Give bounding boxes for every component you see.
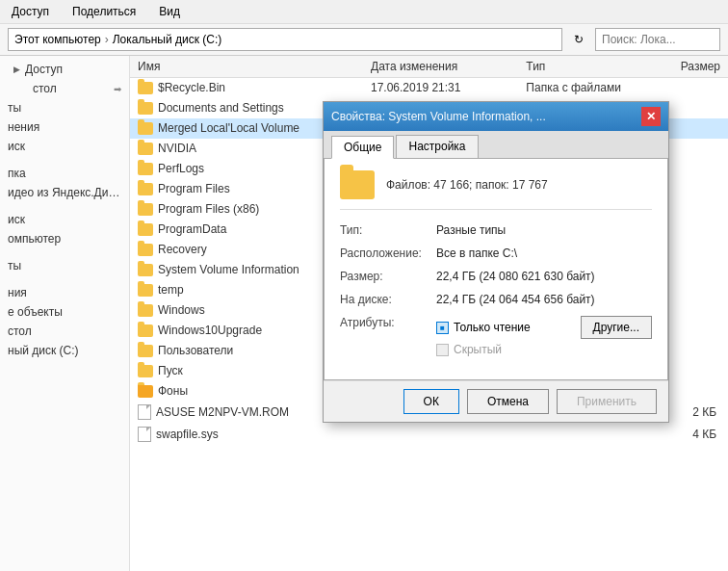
prop-row-location: Расположение: Все в папке C:\: [340, 247, 652, 260]
checkbox-row-hidden: Скрытый: [436, 343, 652, 356]
attr-label: Атрибуты:: [340, 316, 436, 329]
prop-value-location: Все в папке C:\: [436, 247, 517, 260]
checkbox-label-hidden: Скрытый: [454, 343, 502, 356]
apply-button[interactable]: Применить: [557, 389, 657, 414]
prop-label-ondisk: На диске:: [340, 293, 436, 306]
dialog-footer: ОК Отмена Применить: [324, 380, 668, 422]
dialog-icon-area: Файлов: 47 166; папок: 17 767: [340, 170, 652, 210]
prop-value-ondisk: 22,4 ГБ (24 064 454 656 байт): [436, 293, 595, 306]
prop-value-size: 22,4 ГБ (24 080 621 630 байт): [436, 270, 595, 283]
explorer-window: Доступ Поделиться Вид Этот компьютер › Л…: [0, 0, 728, 571]
checkbox-label-readonly: Только чтение: [454, 321, 531, 334]
checkbox-hidden[interactable]: [436, 344, 449, 356]
ok-button[interactable]: ОК: [403, 389, 459, 414]
properties-dialog: Свойства: System Volume Information, ...…: [323, 101, 669, 423]
prop-label-type: Тип:: [340, 223, 436, 237]
dialog-title: Свойства: System Volume Information, ...: [331, 110, 546, 123]
tab-settings[interactable]: Настройка: [396, 135, 478, 158]
cancel-button[interactable]: Отмена: [467, 389, 549, 414]
prop-label-location: Расположение:: [340, 247, 436, 260]
prop-label-size: Размер:: [340, 270, 436, 283]
attr-section: Только чтение Другие... Скрытый: [436, 316, 652, 360]
prop-row-size: Размер: 22,4 ГБ (24 080 621 630 байт): [340, 270, 652, 283]
prop-value-type: Разные типы: [436, 223, 506, 237]
checkbox-row-readonly: Только чтение Другие...: [436, 316, 652, 339]
tab-general[interactable]: Общие: [331, 136, 394, 159]
other-button[interactable]: Другие...: [581, 316, 652, 339]
dialog-body: Файлов: 47 166; папок: 17 767 Тип: Разны…: [324, 159, 668, 380]
dialog-tabs: Общие Настройка: [324, 131, 668, 159]
dialog-file-count: Файлов: 47 166; папок: 17 767: [386, 178, 548, 192]
checkbox-readonly[interactable]: [436, 322, 449, 334]
dialog-folder-icon: [340, 170, 375, 199]
prop-row-type: Тип: Разные типы: [340, 223, 652, 237]
dialog-overlay: Свойства: System Volume Information, ...…: [0, 0, 728, 571]
attr-row: Атрибуты: Только чтение Другие... Скрыты…: [340, 316, 652, 360]
dialog-titlebar: Свойства: System Volume Information, ...…: [324, 102, 668, 131]
dialog-close-button[interactable]: ✕: [641, 107, 661, 126]
prop-row-ondisk: На диске: 22,4 ГБ (24 064 454 656 байт): [340, 293, 652, 306]
